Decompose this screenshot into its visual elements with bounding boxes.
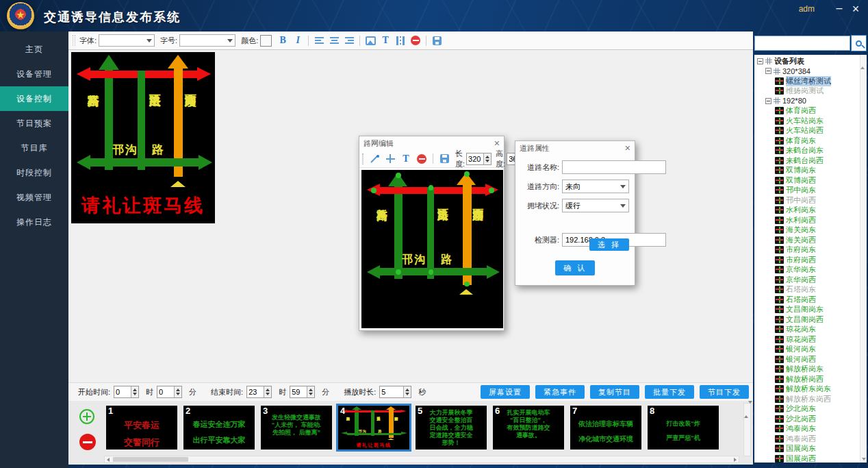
sidebar-item-0[interactable]: 主页 bbox=[0, 37, 68, 62]
action-button-3[interactable]: 批量下发 bbox=[645, 385, 694, 399]
user-name[interactable]: adm bbox=[799, 4, 815, 14]
end-hour-input[interactable] bbox=[247, 386, 264, 397]
tree-device[interactable]: 邗中岗西 bbox=[756, 195, 867, 206]
action-button-0[interactable]: 屏幕设置 bbox=[481, 385, 530, 399]
end-minute-stepper[interactable] bbox=[290, 386, 315, 398]
length-input[interactable] bbox=[467, 153, 483, 164]
program-thumbnail-1[interactable]: 1平安春运交警同行 bbox=[106, 406, 177, 449]
italic-icon[interactable]: I bbox=[291, 34, 305, 47]
sidebar-item-7[interactable]: 操作日志 bbox=[0, 210, 68, 234]
tree-device[interactable]: 沙北岗东 bbox=[756, 404, 867, 415]
tree-device[interactable]: 市府岗东 bbox=[756, 245, 867, 256]
color-swatch[interactable] bbox=[260, 35, 272, 47]
text-icon[interactable]: T bbox=[379, 34, 392, 47]
program-thumbnail-6[interactable]: 6扎实开展电动车“百日整治”，有效预防道路交通事故。 bbox=[493, 406, 564, 449]
sidebar-item-1[interactable]: 设备管理 bbox=[0, 62, 68, 86]
program-thumbnail-3[interactable]: 3发生轻微交通事故“人未伤， 车能动.先拍照， 后撤离” bbox=[261, 406, 332, 449]
program-thumbnail-7[interactable]: 7依法治理非标车辆净化城市交通环境 bbox=[570, 406, 641, 449]
tree-device[interactable]: 石塔岗东 bbox=[756, 285, 867, 295]
size-select[interactable] bbox=[179, 34, 235, 47]
start-minute-stepper[interactable] bbox=[157, 386, 182, 398]
tree-device[interactable]: 鸿泰岗西 bbox=[756, 434, 867, 444]
tree-device[interactable]: 琼花岗西 bbox=[756, 334, 867, 345]
road-direction-select[interactable]: 来向 bbox=[562, 180, 629, 193]
tree-device[interactable]: 水利岗西 bbox=[756, 215, 867, 225]
tree-device[interactable]: 海关岗东 bbox=[756, 225, 867, 236]
search-button[interactable] bbox=[851, 35, 867, 51]
align-left-icon[interactable] bbox=[312, 34, 326, 47]
move-icon[interactable] bbox=[383, 152, 397, 166]
tree-device[interactable]: 解放桥东岗东 bbox=[756, 384, 867, 395]
text-icon[interactable]: T bbox=[399, 152, 413, 166]
tree-device[interactable]: 海关岗西 bbox=[756, 235, 867, 245]
tree-group[interactable]: 320*384 bbox=[756, 66, 867, 77]
tree-device[interactable]: 京华岗东 bbox=[756, 265, 867, 275]
tree-device[interactable]: 双博岗东 bbox=[756, 166, 867, 176]
tree-device[interactable]: 国展岗东 bbox=[756, 444, 867, 454]
dialog-titlebar[interactable]: 路网编辑 × bbox=[359, 136, 504, 150]
tree-root[interactable]: 设备列表 bbox=[756, 56, 867, 66]
tree-scrollbar[interactable] bbox=[860, 55, 867, 463]
tree-device[interactable]: 京华岗西 bbox=[756, 275, 867, 285]
start-hour-stepper[interactable] bbox=[114, 386, 139, 398]
sidebar-item-4[interactable]: 节目库 bbox=[0, 136, 68, 160]
save-icon[interactable] bbox=[437, 152, 451, 166]
duration-stepper[interactable] bbox=[379, 386, 411, 398]
align-center-icon[interactable] bbox=[327, 34, 341, 47]
tree-device[interactable]: 来鹤台岗东 bbox=[756, 146, 867, 156]
tree-device[interactable]: 银河岗东 bbox=[756, 345, 867, 355]
scrollbar-thumb[interactable] bbox=[113, 457, 188, 462]
start-minute-input[interactable] bbox=[157, 386, 174, 397]
program-thumbnail-2[interactable]: 2春运安全连万家出行平安靠大家 bbox=[183, 406, 255, 449]
tree-device[interactable]: 来鹤台岗西 bbox=[756, 156, 867, 166]
sidebar-item-6[interactable]: 视频管理 bbox=[0, 185, 68, 210]
close-icon[interactable]: × bbox=[849, 2, 863, 16]
sidebar-item-5[interactable]: 时段控制 bbox=[0, 160, 68, 185]
line-icon[interactable] bbox=[368, 152, 381, 166]
tree-device[interactable]: 水利岗东 bbox=[756, 206, 867, 216]
select-detector-button[interactable]: 选 择 bbox=[589, 238, 629, 251]
font-select[interactable] bbox=[99, 34, 155, 47]
tree-device[interactable]: 解放桥岗西 bbox=[756, 374, 867, 384]
tree-device[interactable]: 解放桥东岗西 bbox=[756, 394, 867, 404]
length-stepper[interactable] bbox=[466, 153, 492, 165]
tree-device[interactable]: 文昌阁岗东 bbox=[756, 305, 867, 315]
bold-icon[interactable]: B bbox=[276, 34, 290, 47]
close-icon[interactable]: × bbox=[494, 138, 500, 148]
congestion-select[interactable]: 缓行 bbox=[562, 199, 629, 212]
program-thumbnail-5[interactable]: 5大力开展秋冬季交通安全整治百日会战，全力稳定道路交通安全形势！ bbox=[416, 406, 487, 449]
end-hour-stepper[interactable] bbox=[246, 386, 272, 398]
delete-icon[interactable] bbox=[409, 34, 422, 47]
tree-device[interactable]: 维扬岗测试 bbox=[756, 86, 867, 97]
image-icon[interactable] bbox=[363, 34, 377, 47]
action-button-1[interactable]: 紧急事件 bbox=[535, 385, 585, 399]
tree-device[interactable]: 鸿泰岗东 bbox=[756, 424, 867, 434]
align-right-icon[interactable] bbox=[342, 34, 356, 47]
tree-device[interactable]: 火车站岗西 bbox=[756, 126, 867, 136]
tree-device[interactable]: 解放桥岗东 bbox=[756, 365, 867, 375]
tree-device[interactable]: 邗中岗东 bbox=[756, 186, 867, 196]
tree-device[interactable]: 银河岗西 bbox=[756, 354, 867, 365]
sidebar-item-2[interactable]: 设备控制 bbox=[0, 86, 68, 111]
duration-input[interactable] bbox=[380, 386, 403, 397]
dialog-titlebar[interactable]: 道路属性 × bbox=[515, 141, 635, 155]
road-name-field[interactable] bbox=[562, 160, 666, 174]
tree-device[interactable]: 螺丝湾桥测试 bbox=[756, 76, 867, 86]
minimize-icon[interactable]: – bbox=[832, 2, 846, 14]
tree-device[interactable]: 体育岗西 bbox=[756, 106, 867, 116]
tree-device[interactable]: 市府岗西 bbox=[756, 255, 867, 265]
start-hour-input[interactable] bbox=[114, 386, 131, 397]
device-search-input[interactable] bbox=[754, 36, 850, 51]
tree-device[interactable]: 体育岗东 bbox=[756, 136, 867, 146]
remove-program-button[interactable] bbox=[79, 434, 96, 450]
save-icon[interactable] bbox=[430, 34, 444, 47]
action-button-2[interactable]: 复制节目 bbox=[590, 385, 639, 399]
tree-device[interactable]: 国展岗西 bbox=[756, 454, 867, 463]
horizontal-scrollbar[interactable] bbox=[104, 456, 739, 463]
delete-icon[interactable] bbox=[415, 152, 429, 166]
action-button-4[interactable]: 节目下发 bbox=[700, 385, 749, 399]
road-icon[interactable] bbox=[394, 34, 407, 47]
tree-device[interactable]: 沙北岗西 bbox=[756, 414, 867, 424]
tree-device[interactable]: 石塔岗西 bbox=[756, 295, 867, 305]
tree-device[interactable]: 双博岗西 bbox=[756, 175, 867, 186]
